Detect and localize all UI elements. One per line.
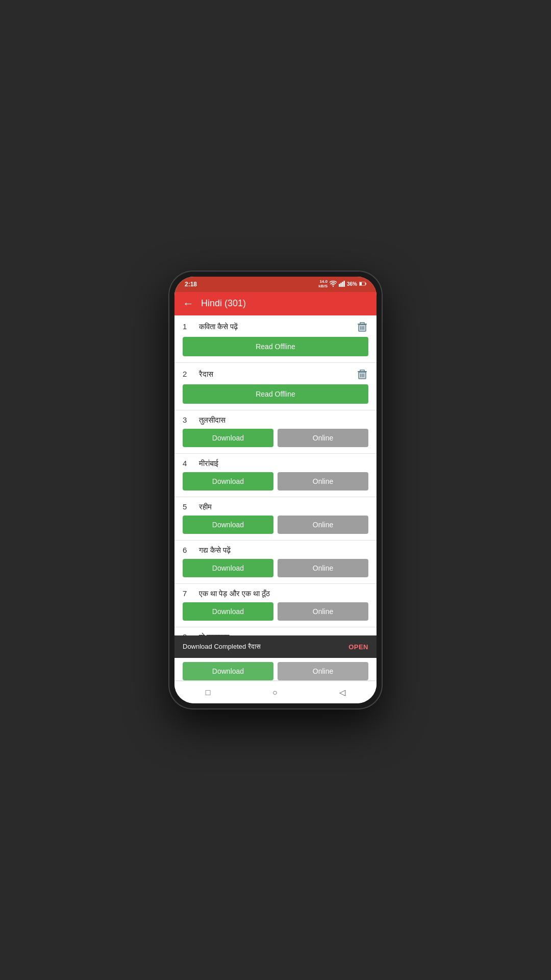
nav-triangle-btn[interactable]: ◁ <box>327 685 358 699</box>
partial-online-btn[interactable]: Online <box>278 662 368 680</box>
download-btn-4[interactable]: Download <box>183 472 273 491</box>
chapter-title-5: रहीम <box>199 502 212 511</box>
online-btn-7[interactable]: Online <box>278 602 368 621</box>
chapter-info-6: 6 गद्य कैसे पढ़ें <box>183 546 231 555</box>
chapter-item-4: 4 मीरांबाई Download Online <box>174 454 377 497</box>
trash-icon-1[interactable] <box>356 321 368 333</box>
chapter-title-7: एक था पेड़ और एक था ठूँठ <box>199 589 270 598</box>
snackbar-text: Download Completed रैदास <box>183 643 261 651</box>
read-offline-btn-2[interactable]: Read Offline <box>183 384 368 404</box>
download-btn-7[interactable]: Download <box>183 602 273 621</box>
snackbar-action[interactable]: OPEN <box>348 643 368 651</box>
chapter-header-4: 4 मीरांबाई <box>183 459 368 468</box>
svg-rect-5 <box>360 282 362 285</box>
chapter-header-6: 6 गद्य कैसे पढ़ें <box>183 546 368 555</box>
chapter-num-7: 7 <box>183 589 193 598</box>
chapter-title-1: कविता कैसे पढ़ें <box>199 322 238 331</box>
partial-btn-row: Download Online <box>183 662 368 680</box>
phone-shell: 2:18 14.0 kB/S 36% <box>168 271 383 709</box>
download-btn-5[interactable]: Download <box>183 516 273 534</box>
chapter-num-3: 3 <box>183 415 193 424</box>
chapter-title-4: मीरांबाई <box>199 459 218 468</box>
app-header: ← Hindi (301) <box>174 292 377 315</box>
wifi-icon <box>330 281 337 288</box>
chapter-info-5: 5 रहीम <box>183 502 212 511</box>
nav-bar: □ ○ ◁ <box>174 681 377 703</box>
chapter-item-1: 1 कविता कैसे पढ़ें Read Offline <box>174 315 377 363</box>
online-btn-4[interactable]: Online <box>278 472 368 491</box>
chapter-title-2: रैदास <box>199 370 213 379</box>
chapter-item-6: 6 गद्य कैसे पढ़ें Download Online <box>174 541 377 584</box>
btn-row-3: Download Online <box>183 429 368 447</box>
chapter-header-5: 5 रहीम <box>183 502 368 511</box>
svg-rect-1 <box>340 283 342 287</box>
chapter-header-7: 7 एक था पेड़ और एक था ठूँठ <box>183 589 368 598</box>
read-offline-btn-1[interactable]: Read Offline <box>183 337 368 356</box>
chapter-title-6: गद्य कैसे पढ़ें <box>199 546 231 555</box>
chapter-item-7: 7 एक था पेड़ और एक था ठूँठ Download Onli… <box>174 584 377 627</box>
chapter-info-2: 2 रैदास <box>183 370 213 379</box>
status-time: 2:18 <box>185 281 197 288</box>
btn-row-4: Download Online <box>183 472 368 491</box>
chapter-info-7: 7 एक था पेड़ और एक था ठूँठ <box>183 589 270 598</box>
chapter-header-3: 3 तुलसीदास <box>183 415 368 425</box>
chapter-item-8: 8 दो कलाकार Download Online <box>174 627 377 635</box>
battery-icon <box>359 281 366 287</box>
chapter-header-1: 1 कविता कैसे पढ़ें <box>183 321 368 333</box>
online-btn-3[interactable]: Online <box>278 429 368 447</box>
chapter-item-3: 3 तुलसीदास Download Online <box>174 410 377 454</box>
snackbar: Download Completed रैदास OPEN <box>174 635 377 658</box>
chapter-num-2: 2 <box>183 370 193 378</box>
chapter-num-5: 5 <box>183 502 193 511</box>
svg-rect-3 <box>343 281 345 287</box>
chapter-info-1: 1 कविता कैसे पढ़ें <box>183 322 238 331</box>
content-area: 1 कविता कैसे पढ़ें Read Offline <box>174 315 377 635</box>
back-button[interactable]: ← <box>183 297 194 310</box>
status-bar: 2:18 14.0 kB/S 36% <box>174 277 377 292</box>
chapter-num-6: 6 <box>183 546 193 554</box>
phone-screen: 2:18 14.0 kB/S 36% <box>174 277 377 703</box>
status-icons: 14.0 kB/S 36% <box>318 280 366 289</box>
btn-row-7: Download Online <box>183 602 368 621</box>
svg-rect-6 <box>366 283 367 285</box>
online-btn-6[interactable]: Online <box>278 559 368 577</box>
svg-rect-2 <box>342 282 343 287</box>
chapter-header-2: 2 रैदास <box>183 368 368 380</box>
nav-square-btn[interactable]: □ <box>193 686 223 699</box>
chapter-info-3: 3 तुलसीदास <box>183 415 226 425</box>
partial-download-btn[interactable]: Download <box>183 662 273 680</box>
chapter-info-4: 4 मीरांबाई <box>183 459 218 468</box>
chapter-num-1: 1 <box>183 322 193 331</box>
btn-row-6: Download Online <box>183 559 368 577</box>
chapter-item-2: 2 रैदास Read Offline <box>174 363 377 410</box>
svg-rect-0 <box>339 284 340 287</box>
signal-icon <box>339 281 345 288</box>
chapter-item-5: 5 रहीम Download Online <box>174 497 377 541</box>
btn-row-5: Download Online <box>183 516 368 534</box>
battery-level: 36% <box>347 281 357 287</box>
trash-icon-2[interactable] <box>356 368 368 380</box>
download-btn-3[interactable]: Download <box>183 429 273 447</box>
partial-chapter-row: Download Online <box>174 658 377 681</box>
header-title: Hindi (301) <box>201 298 246 309</box>
online-btn-5[interactable]: Online <box>278 516 368 534</box>
network-speed: 14.0 kB/S <box>318 280 328 289</box>
download-btn-6[interactable]: Download <box>183 559 273 577</box>
chapter-num-4: 4 <box>183 459 193 468</box>
nav-circle-btn[interactable]: ○ <box>260 686 290 699</box>
chapter-title-3: तुलसीदास <box>199 415 226 425</box>
